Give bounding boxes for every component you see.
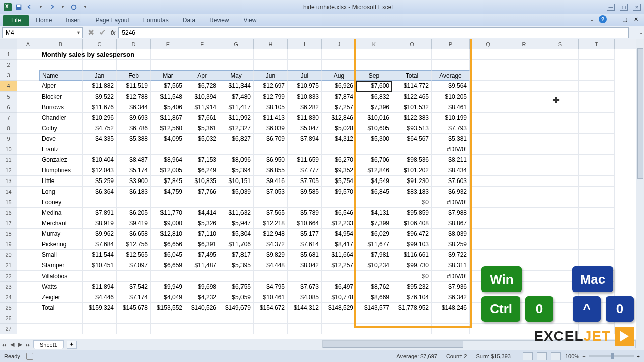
cell[interactable]: $6,845 <box>356 187 392 197</box>
cell[interactable]: $7,988 <box>432 208 470 218</box>
cell[interactable] <box>17 144 39 155</box>
cell[interactable]: $6,786 <box>117 123 151 134</box>
cell[interactable] <box>506 155 542 165</box>
cell[interactable] <box>506 134 542 144</box>
cell[interactable]: $12,846 <box>322 113 356 123</box>
cell[interactable]: $6,827 <box>219 134 254 144</box>
cell[interactable] <box>542 197 579 208</box>
cell[interactable] <box>185 60 219 70</box>
cell[interactable]: $114,772 <box>392 81 432 92</box>
close-button[interactable]: ✕ <box>633 4 641 11</box>
cancel-formula-icon[interactable]: ✖ <box>88 28 94 37</box>
cell[interactable]: $12,327 <box>219 123 254 134</box>
cell[interactable] <box>470 250 506 260</box>
cell[interactable]: $5,406 <box>151 102 185 113</box>
cell[interactable]: Burrows <box>39 102 83 113</box>
cell[interactable]: $12,846 <box>356 165 392 176</box>
cell[interactable]: $10,394 <box>185 92 219 102</box>
cell[interactable]: $5,681 <box>288 250 322 260</box>
page-break-view-icon[interactable] <box>551 352 561 360</box>
cell[interactable]: $7,603 <box>432 176 470 187</box>
cell[interactable]: $7,891 <box>83 208 117 218</box>
cell[interactable]: $10,451 <box>83 260 117 271</box>
cell[interactable]: $6,950 <box>254 155 288 165</box>
cell[interactable]: $4,049 <box>151 292 185 303</box>
cell[interactable] <box>506 187 542 197</box>
cell[interactable] <box>288 197 322 208</box>
cell[interactable] <box>185 197 219 208</box>
cell[interactable]: $9,698 <box>185 282 219 292</box>
cell[interactable] <box>288 271 322 282</box>
column-header-I[interactable]: I <box>288 39 322 49</box>
cell[interactable]: $6,364 <box>83 187 117 197</box>
cell[interactable]: $8,487 <box>117 155 151 165</box>
cell[interactable] <box>117 271 151 282</box>
table-header[interactable]: Sep <box>356 70 392 81</box>
cell[interactable]: $9,000 <box>151 218 185 229</box>
cell[interactable]: $12,756 <box>117 239 151 250</box>
cell[interactable] <box>117 60 151 70</box>
cell[interactable] <box>579 92 615 102</box>
cell[interactable] <box>17 70 39 81</box>
first-sheet-icon[interactable]: ⏮ <box>0 340 8 349</box>
cell[interactable]: $7,766 <box>185 187 219 197</box>
cell[interactable]: $4,131 <box>356 208 392 218</box>
cell[interactable]: $6,926 <box>322 81 356 92</box>
cell[interactable] <box>542 123 579 134</box>
excel-app-icon[interactable] <box>3 3 12 12</box>
cell[interactable]: $4,549 <box>356 176 392 187</box>
cell[interactable]: Alper <box>39 81 83 92</box>
cell[interactable]: $6,706 <box>356 155 392 165</box>
title-cell[interactable]: Monthly sales by salesperson <box>39 49 83 60</box>
cell[interactable]: $7,600 <box>356 81 392 92</box>
cell[interactable]: $11,413 <box>254 113 288 123</box>
cell[interactable] <box>432 49 470 60</box>
cell[interactable]: $5,259 <box>83 176 117 187</box>
cell[interactable]: #DIV/0! <box>432 144 470 155</box>
cell[interactable]: #DIV/0! <box>432 197 470 208</box>
enter-formula-icon[interactable]: ✔ <box>99 28 106 37</box>
row-header-17[interactable]: 17 <box>0 218 17 229</box>
cell[interactable]: $101,532 <box>392 102 432 113</box>
cell[interactable] <box>506 176 542 187</box>
cell[interactable] <box>356 144 392 155</box>
normal-view-icon[interactable] <box>523 352 533 360</box>
cell[interactable]: $145,678 <box>117 303 151 313</box>
cell[interactable]: $6,205 <box>117 208 151 218</box>
cell[interactable] <box>17 123 39 134</box>
column-header-F[interactable]: F <box>185 39 219 49</box>
cell[interactable]: $11,706 <box>219 239 254 250</box>
cell[interactable]: $4,759 <box>151 187 185 197</box>
cell[interactable]: $5,304 <box>219 229 254 239</box>
table-header[interactable]: Feb <box>117 70 151 81</box>
cell[interactable]: $5,032 <box>185 134 219 144</box>
cell[interactable] <box>322 324 356 334</box>
cell[interactable]: Pickering <box>39 239 83 250</box>
row-header-26[interactable]: 26 <box>0 313 17 324</box>
cell[interactable]: $4,335 <box>83 134 117 144</box>
cell[interactable]: $12,948 <box>254 229 288 239</box>
cell[interactable] <box>579 218 615 229</box>
cell[interactable]: $5,947 <box>219 218 254 229</box>
cell[interactable]: $3,900 <box>117 176 151 187</box>
cell[interactable] <box>288 144 322 155</box>
cell[interactable]: $6,497 <box>322 282 356 292</box>
tab-home[interactable]: Home <box>29 15 59 26</box>
cell[interactable]: $11,417 <box>219 102 254 113</box>
table-header[interactable]: Apr <box>185 70 219 81</box>
cell[interactable]: $122,383 <box>392 113 432 123</box>
refresh-icon[interactable] <box>69 3 78 12</box>
row-header-9[interactable]: 9 <box>0 134 17 144</box>
cell[interactable] <box>17 81 39 92</box>
column-header-O[interactable]: O <box>392 39 432 49</box>
cell[interactable] <box>17 49 39 60</box>
cell[interactable]: $144,312 <box>288 303 322 313</box>
cell[interactable]: $7,565 <box>151 81 185 92</box>
cell[interactable]: $11,519 <box>117 81 151 92</box>
table-header[interactable]: Jul <box>288 70 322 81</box>
cell[interactable]: $5,174 <box>117 165 151 176</box>
cell[interactable] <box>432 324 470 334</box>
cell[interactable] <box>17 239 39 250</box>
help-icon[interactable]: ? <box>599 15 607 23</box>
minimize-button[interactable]: — <box>607 4 615 11</box>
